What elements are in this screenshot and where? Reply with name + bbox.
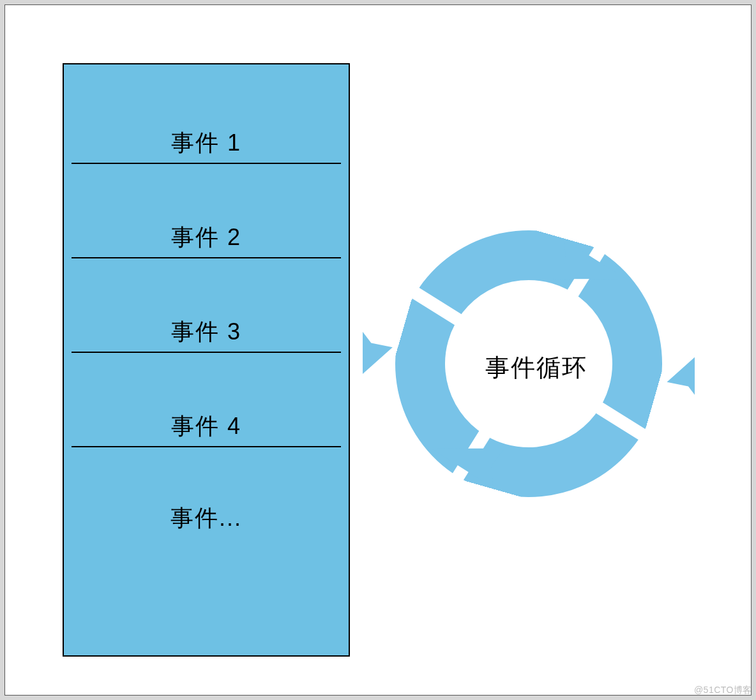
event-loop: 事件循环: [363, 184, 695, 541]
event-label: 事件...: [170, 503, 242, 534]
diagram-canvas: 事件 1 事件 2 事件 3 事件 4 事件...: [4, 4, 752, 696]
event-queue-item: 事件...: [64, 447, 349, 555]
event-queue: 事件 1 事件 2 事件 3 事件 4 事件...: [63, 63, 350, 657]
event-queue-item: 事件 4: [64, 353, 349, 447]
watermark: @51CTO博客: [694, 685, 752, 696]
event-label: 事件 4: [171, 411, 241, 442]
event-label: 事件 2: [171, 222, 241, 253]
event-label: 事件 1: [171, 128, 241, 159]
event-loop-label: 事件循环: [485, 352, 587, 384]
event-loop-label-wrap: 事件循环: [363, 184, 695, 541]
event-queue-item: 事件 3: [64, 258, 349, 353]
event-label: 事件 3: [171, 316, 241, 348]
event-queue-item: 事件 2: [64, 164, 349, 258]
event-queue-item: 事件 1: [64, 70, 349, 164]
